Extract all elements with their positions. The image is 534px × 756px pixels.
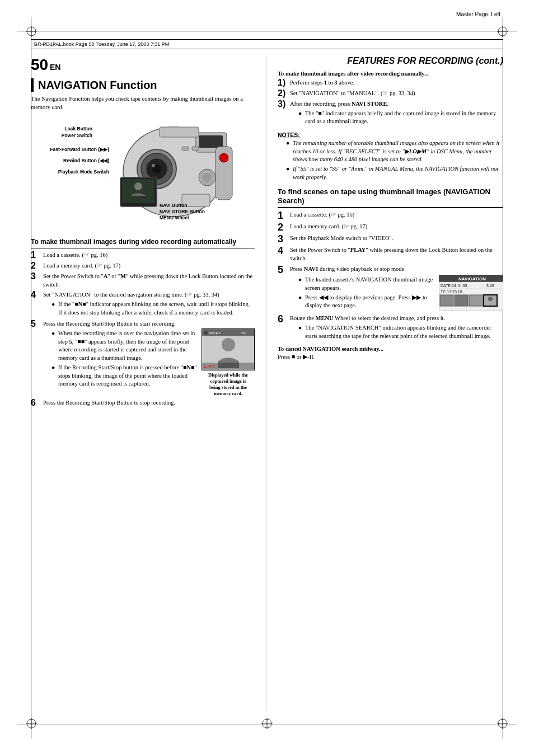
svg-text:3:20: 3:20 <box>486 284 494 288</box>
svg-text:SP: SP <box>241 331 246 335</box>
note-1: ● The remaining number of storable thumb… <box>286 139 503 164</box>
svg-rect-48 <box>440 295 453 306</box>
svg-point-53 <box>488 297 493 301</box>
label-rewind: Rewind Button (◀◀) <box>42 158 109 163</box>
step-auto-4: 4 Set "NAVIGATION" to the desired naviga… <box>31 291 255 318</box>
step4-bullet: ● If the "■N■" indicator appears blinkin… <box>51 300 255 317</box>
header-text: GR-PD1PAL.book Page 50 Tuesday, June 17,… <box>34 41 169 47</box>
cancel-title: To cancel NAVIGATION search midway... <box>278 346 503 352</box>
left-column: 50 EN NAVIGATION Function The Navigation… <box>31 56 266 711</box>
step5-bullet2: ● If the Recording Start/Stop button is … <box>51 364 197 388</box>
master-page-label: Master Page: Left <box>456 11 500 17</box>
step-search-num-3: 3 <box>278 234 290 244</box>
step-manual-num-3: 3) <box>278 100 290 109</box>
step-search-content-4: Set the Power Switch to "PLAY" while pre… <box>290 246 503 262</box>
page-number-area: 50 EN <box>31 56 255 74</box>
step-manual-num-1: 1) <box>278 78 290 87</box>
step-search-5-bullet1: ● The loaded cassette's NAVIGATION thumb… <box>298 276 434 292</box>
label-power-switch: Power Switch <box>42 133 92 138</box>
step-manual-num-2: 2) <box>278 89 290 98</box>
svg-point-26 <box>219 153 228 162</box>
step-manual-content-3: After the recording, press NAVI STORE. <box>290 101 388 107</box>
step-search-1: 1 Load a cassette. (☞ pg. 16) <box>278 211 503 220</box>
svg-point-20 <box>152 164 155 167</box>
crosshair-bottom-left <box>26 718 37 730</box>
page-suffix: EN <box>50 63 60 72</box>
label-menu-wheel: MENU Wheel <box>160 215 189 220</box>
label-fast-forward: Fast-Forward Button (▶▶) <box>42 147 109 152</box>
cancel-text: Press ■ or ▶-II. <box>278 353 503 360</box>
svg-rect-30 <box>192 147 199 151</box>
svg-point-33 <box>134 182 142 190</box>
step-search-content-2: Load a memory card. (☞ pg. 17) <box>290 223 503 231</box>
step-search-text-6: Rotate the MENU Wheel to select the desi… <box>290 315 445 321</box>
step-num-4: 4 <box>31 290 43 299</box>
step-search-6-bullet: ● The "NAVIGATION SEARCH" indication app… <box>298 324 503 340</box>
camera-diagram: Lock Button Power Switch Fast-Forward Bu… <box>42 116 243 233</box>
step-auto-6: 6 Press the Recording Start/Stop Button … <box>31 399 255 407</box>
label-navi-store: NAVI STORE Button <box>160 209 205 214</box>
step-manual-content-2: Set "NAVIGATION" to "MANUAL". (☞ pg. 33,… <box>290 90 503 98</box>
step-num-6: 6 <box>31 398 43 407</box>
right-column: FEATURES FOR RECORDING (cont.) To make t… <box>266 56 503 711</box>
step-manual-3: 3) After the recording, press NAVI STORE… <box>278 100 503 127</box>
step-search-num-2: 2 <box>278 222 290 232</box>
step-search-5: 5 Press NAVI during video playback or st… <box>278 265 503 313</box>
crosshair-top-right <box>497 26 508 38</box>
step-content-1: Load a cassette. (☞ pg. 16) <box>43 251 255 260</box>
step-search-content-3: Set the Playback Mode switch to "VIDEO". <box>290 234 503 243</box>
step5-content-area: ● When the recording time is over the na… <box>43 328 255 397</box>
crosshair-bottom-center <box>261 718 273 730</box>
svg-rect-23 <box>160 127 199 137</box>
step-search-num-1: 1 <box>278 210 290 220</box>
section-title: NAVIGATION Function <box>31 78 255 92</box>
svg-text:DATE  24. 5. 03: DATE 24. 5. 03 <box>441 284 467 288</box>
notes-section: NOTES: ● The remaining number of storabl… <box>278 132 503 181</box>
step-search-2: 2 Load a memory card. (☞ pg. 17) <box>278 223 503 232</box>
cancel-section: To cancel NAVIGATION search midway... Pr… <box>278 346 503 360</box>
svg-text:⬛ W/B▲S: ⬛ W/B▲S <box>204 331 221 335</box>
svg-text:● REC: ● REC <box>204 365 216 369</box>
step-manual-1: 1) Perform steps 1 to 3 above. <box>278 79 503 87</box>
navigation-screen-image: NAVIGATION DATE 24. 5. 03 3:20 TC 13:23:… <box>439 275 503 312</box>
svg-rect-22 <box>199 135 223 148</box>
step-num-5: 5 <box>31 320 43 328</box>
step-content-4: Set "NAVIGATION" to the desired navigati… <box>43 292 219 298</box>
step-search-5-detail: ● The loaded cassette's NAVIGATION thumb… <box>290 275 503 312</box>
step-search-num-6: 6 <box>278 314 290 324</box>
step5-caption: Displayed while thecaptured image isbein… <box>202 372 255 397</box>
step-content-6: Press the Recording Start/Stop Button to… <box>43 399 255 407</box>
step-search-6: 6 Rotate the MENU Wheel to select the de… <box>278 314 503 341</box>
svg-point-28 <box>203 173 212 182</box>
step-search-num-4: 4 <box>278 246 290 256</box>
step-num-2: 2 <box>31 261 43 270</box>
page-wrapper: Master Page: Left GR-PD1PAL.book Page 50… <box>0 0 534 756</box>
svg-rect-50 <box>469 295 483 306</box>
step-content-5: Press the Recording Start/Stop Button to… <box>43 321 176 327</box>
step-search-5-content: Press NAVI during video playback or stop… <box>290 265 503 313</box>
step-manual-3-bullet: ● The "■" indicator appears briefly and … <box>298 110 503 126</box>
step-num-3: 3 <box>31 272 43 281</box>
step5-image-area: ⬛ W/B▲S SP ● REC Displayed while thecapt… <box>202 328 255 397</box>
step-auto-2: 2 Load a memory card. (☞ pg. 17) <box>31 262 255 270</box>
step-manual-content-1: Perform steps 1 to 3 above. <box>290 79 503 87</box>
svg-text:NAVIGATION: NAVIGATION <box>458 276 486 281</box>
label-navi-button: NAVI Button <box>160 203 187 208</box>
subsection1-title: To make thumbnail images during video re… <box>31 238 255 248</box>
step5-image: ⬛ W/B▲S SP ● REC <box>202 328 255 370</box>
crosshair-top-left <box>26 26 37 38</box>
step-search-content-1: Load a cassette. (☞ pg. 16) <box>290 211 503 219</box>
step-search-num-5: 5 <box>278 265 290 275</box>
step-search-4: 4 Set the Power Switch to "PLAY" while p… <box>278 246 503 262</box>
step-manual-2: 2) Set "NAVIGATION" to "MANUAL". (☞ pg. … <box>278 90 503 98</box>
step-search-3: 3 Set the Playback Mode switch to "VIDEO… <box>278 234 503 244</box>
step-num-1: 1 <box>31 251 43 260</box>
step-auto-1: 1 Load a cassette. (☞ pg. 16) <box>31 251 255 260</box>
step-search-text-5: Press NAVI during video playback or stop… <box>290 266 406 272</box>
step5-text: ● When the recording time is over the na… <box>43 328 197 397</box>
svg-rect-29 <box>182 147 189 151</box>
intro-text: The Navigation Function helps you check … <box>31 95 255 111</box>
step-search-6-content: Rotate the MENU Wheel to select the desi… <box>290 314 503 341</box>
step5-bullet1: ● When the recording time is over the na… <box>51 330 197 363</box>
label-lock-button: Lock Button <box>42 126 92 132</box>
